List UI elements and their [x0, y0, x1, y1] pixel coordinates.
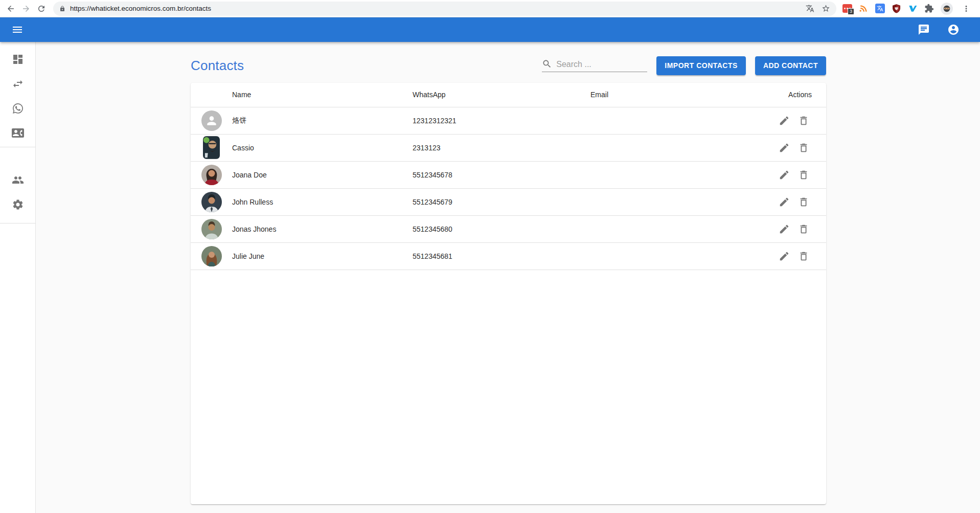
- contact-name: Julie June: [232, 242, 413, 270]
- menu-button[interactable]: [8, 20, 27, 39]
- dashboard-icon: [12, 53, 24, 65]
- edit-contact-button[interactable]: [777, 222, 791, 236]
- forward-arrow-icon: [21, 4, 31, 13]
- contacts-table: Name WhatsApp Email Actions 烙饼 123123123…: [191, 83, 826, 270]
- url-text: https://whaticket.economicros.com.br/con…: [70, 5, 211, 12]
- trash-icon: [798, 224, 809, 235]
- contact-email: [590, 188, 759, 215]
- swap-horiz-icon: [12, 78, 24, 90]
- reload-icon: [37, 4, 46, 13]
- contact-name: Joana Doe: [232, 161, 413, 188]
- contact-email: [590, 242, 759, 270]
- ninja-avatar-icon: [942, 4, 952, 14]
- ublock-extension-icon[interactable]: [892, 4, 901, 13]
- contact-photo-avatar: [201, 246, 222, 266]
- trash-icon: [798, 115, 809, 126]
- address-bar[interactable]: https://whaticket.economicros.com.br/con…: [53, 2, 836, 16]
- browser-menu-icon[interactable]: [962, 4, 971, 13]
- whatsapp-icon: [12, 102, 24, 115]
- sidebar-divider: [0, 147, 36, 147]
- vimeo-extension-icon[interactable]: [908, 4, 918, 13]
- contact-whatsapp: 12312312321: [413, 107, 590, 134]
- contacts-card: Name WhatsApp Email Actions 烙饼 123123123…: [191, 83, 826, 504]
- trash-icon: [798, 142, 809, 153]
- pencil-icon: [779, 169, 790, 181]
- sidebar-item-contacts[interactable]: [6, 121, 30, 145]
- extension-badge-count: 3: [848, 8, 854, 15]
- edit-contact-button[interactable]: [777, 195, 791, 209]
- delete-contact-button[interactable]: [796, 249, 811, 263]
- trash-icon: [798, 196, 809, 208]
- table-row: Joana Doe 5512345678: [191, 161, 826, 188]
- translate-page-icon[interactable]: [806, 4, 814, 13]
- table-row: 烙饼 12312312321: [191, 107, 826, 134]
- add-contact-button[interactable]: ADD CONTACT: [755, 56, 826, 75]
- contact-photo-avatar: [201, 219, 222, 239]
- edit-contact-button[interactable]: [777, 249, 791, 263]
- pencil-icon: [779, 224, 790, 235]
- delete-contact-button[interactable]: [796, 195, 811, 209]
- browser-profile-avatar[interactable]: [941, 3, 953, 15]
- search-input[interactable]: [556, 60, 638, 69]
- people-icon: [12, 174, 24, 186]
- messages-button[interactable]: [915, 20, 933, 39]
- pencil-icon: [779, 196, 790, 208]
- extension-red-badge-icon[interactable]: 3: [842, 4, 852, 13]
- browser-forward-button[interactable]: [18, 1, 34, 16]
- contact-whatsapp: 5512345680: [413, 215, 590, 242]
- contact-whatsapp: 5512345679: [413, 188, 590, 215]
- search-icon: [542, 59, 552, 69]
- sidebar-item-tickets[interactable]: [6, 96, 30, 121]
- delete-contact-button[interactable]: [796, 114, 811, 128]
- sidebar-item-users[interactable]: [6, 168, 30, 192]
- gear-icon: [12, 198, 24, 211]
- page-title: Contacts: [191, 58, 244, 74]
- account-button[interactable]: [944, 20, 963, 39]
- back-arrow-icon: [6, 4, 15, 13]
- table-row: John Rulless 5512345679: [191, 188, 826, 215]
- edit-contact-button[interactable]: [777, 141, 791, 155]
- edit-contact-button[interactable]: [777, 114, 791, 128]
- contact-name: Cassio: [232, 134, 413, 161]
- bookmark-star-icon[interactable]: [822, 4, 830, 13]
- sidebar-item-connections[interactable]: [6, 72, 30, 96]
- table-header-row: Name WhatsApp Email Actions: [191, 83, 826, 107]
- person-icon: [205, 114, 218, 127]
- https-padlock-icon: [59, 6, 65, 12]
- chat-icon: [918, 24, 930, 36]
- extensions-puzzle-icon[interactable]: [924, 4, 934, 13]
- contact-name: John Rulless: [232, 188, 413, 215]
- pencil-icon: [779, 251, 790, 262]
- sidebar-item-settings[interactable]: [6, 192, 30, 217]
- contact-name: Jonas Jhones: [232, 215, 413, 242]
- edit-contact-button[interactable]: [777, 168, 791, 182]
- trash-icon: [798, 169, 809, 181]
- contact-email: [590, 134, 759, 161]
- pencil-icon: [779, 142, 790, 153]
- actions-column-header: Actions: [759, 83, 826, 107]
- sidebar-item-dashboard[interactable]: [6, 47, 30, 72]
- delete-contact-button[interactable]: [796, 222, 811, 236]
- contact-whatsapp: 5512345681: [413, 242, 590, 270]
- sidebar: [0, 42, 36, 513]
- trash-icon: [798, 251, 809, 262]
- account-circle-icon: [947, 24, 960, 36]
- avatar-column-header: [191, 83, 232, 107]
- contact-whatsapp: 5512345678: [413, 161, 590, 188]
- google-translate-extension-icon[interactable]: [875, 4, 885, 13]
- table-row: Cassio 2313123: [191, 134, 826, 161]
- sidebar-divider: [0, 223, 36, 224]
- contact-photo-avatar: [203, 136, 220, 159]
- delete-contact-button[interactable]: [796, 141, 811, 155]
- delete-contact-button[interactable]: [796, 168, 811, 182]
- contact-photo-avatar: [201, 192, 222, 212]
- browser-reload-button[interactable]: [34, 1, 49, 16]
- rss-extension-icon[interactable]: [859, 4, 869, 13]
- import-contacts-button[interactable]: IMPORT CONTACTS: [656, 56, 746, 75]
- pencil-icon: [779, 115, 790, 126]
- email-column-header: Email: [590, 83, 759, 107]
- contact-email: [590, 161, 759, 188]
- hamburger-icon: [11, 24, 24, 36]
- browser-back-button[interactable]: [3, 1, 18, 16]
- whatsapp-column-header: WhatsApp: [413, 83, 590, 107]
